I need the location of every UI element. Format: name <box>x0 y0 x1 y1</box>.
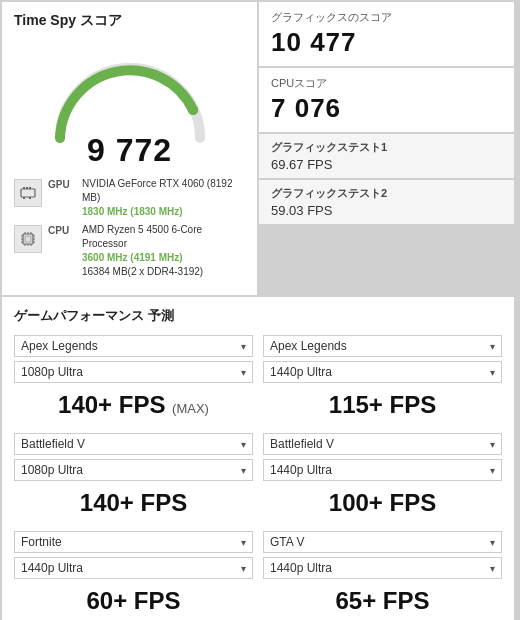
svg-point-0 <box>188 105 198 115</box>
svg-rect-3 <box>26 187 28 189</box>
game-name-5: GTA V <box>270 535 490 549</box>
game-name-3: Battlefield V <box>270 437 490 451</box>
chevron-icon-2: ▾ <box>241 439 246 450</box>
game-name-4: Fortnite <box>21 535 241 549</box>
game-select-3[interactable]: Battlefield V ▾ <box>263 433 502 455</box>
games-panel: ゲームパフォーマンス 予測 Apex Legends ▾ 1080p Ultra… <box>2 297 514 620</box>
chevron-icon-q0: ▾ <box>241 367 246 378</box>
gpu-icon <box>14 179 42 207</box>
game-quality-2: 1080p Ultra <box>21 463 241 477</box>
games-grid: Apex Legends ▾ 1080p Ultra ▾ 140+ FPS (M… <box>14 335 502 620</box>
game-name-1: Apex Legends <box>270 339 490 353</box>
game-entry-3: Battlefield V ▾ 1440p Ultra ▾ 100+ FPS <box>263 433 502 521</box>
gpu-row: GPU NVIDIA GeForce RTX 4060 (8192 MB) 18… <box>14 177 245 219</box>
spec-section: GPU NVIDIA GeForce RTX 4060 (8192 MB) 18… <box>14 177 245 283</box>
quality-select-3[interactable]: 1440p Ultra ▾ <box>263 459 502 481</box>
game-fps-1: 115+ FPS <box>329 391 436 418</box>
gpu-details: NVIDIA GeForce RTX 4060 (8192 MB) 1830 M… <box>82 177 245 219</box>
games-col-right: Apex Legends ▾ 1440p Ultra ▾ 115+ FPS Ba… <box>263 335 502 620</box>
game-fps-display-1: 115+ FPS <box>263 387 502 423</box>
graphics-score-box: グラフィックスのスコア 10 477 <box>259 2 514 66</box>
game-select-4[interactable]: Fortnite ▾ <box>14 531 253 553</box>
games-section-title: ゲームパフォーマンス 予測 <box>14 307 502 325</box>
game-fps-display-5: 65+ FPS <box>263 583 502 619</box>
cpu-row: CPU AMD Ryzen 5 4500 6-Core Processor 36… <box>14 223 245 279</box>
cpu-icon <box>14 225 42 253</box>
graphics-score-value: 10 477 <box>271 27 502 58</box>
game-quality-1: 1440p Ultra <box>270 365 490 379</box>
timespy-title: Time Spy スコア <box>14 12 122 30</box>
graphics-test1-box: グラフィックステスト1 69.67 FPS <box>259 134 514 178</box>
graphics-test1-value: 69.67 FPS <box>271 157 502 172</box>
game-select-2[interactable]: Battlefield V ▾ <box>14 433 253 455</box>
svg-rect-5 <box>23 197 25 199</box>
timespy-panel: Time Spy スコア 9 772 <box>2 2 257 295</box>
game-entry-0: Apex Legends ▾ 1080p Ultra ▾ 140+ FPS (M… <box>14 335 253 423</box>
game-entry-4: Fortnite ▾ 1440p Ultra ▾ 60+ FPS <box>14 531 253 619</box>
quality-select-4[interactable]: 1440p Ultra ▾ <box>14 557 253 579</box>
gpu-label: GPU <box>48 179 76 190</box>
graphics-test2-box: グラフィックステスト2 59.03 FPS <box>259 180 514 224</box>
chevron-icon-q2: ▾ <box>241 465 246 476</box>
game-fps-5: 65+ FPS <box>335 587 429 614</box>
main-grid: Time Spy スコア 9 772 <box>0 0 520 620</box>
quality-select-1[interactable]: 1440p Ultra ▾ <box>263 361 502 383</box>
svg-rect-6 <box>29 197 31 199</box>
game-quality-5: 1440p Ultra <box>270 561 490 575</box>
svg-rect-8 <box>25 236 31 242</box>
quality-select-5[interactable]: 1440p Ultra ▾ <box>263 557 502 579</box>
game-name-0: Apex Legends <box>21 339 241 353</box>
svg-rect-1 <box>21 189 35 197</box>
cpu-label: CPU <box>48 225 76 236</box>
game-fps-display-4: 60+ FPS <box>14 583 253 619</box>
chevron-icon-q5: ▾ <box>490 563 495 574</box>
svg-rect-4 <box>29 187 31 189</box>
gauge-container <box>40 38 220 138</box>
game-fps-display-2: 140+ FPS <box>14 485 253 521</box>
graphics-score-title: グラフィックスのスコア <box>271 10 502 25</box>
game-select-0[interactable]: Apex Legends ▾ <box>14 335 253 357</box>
chevron-icon-q3: ▾ <box>490 465 495 476</box>
game-select-5[interactable]: GTA V ▾ <box>263 531 502 553</box>
game-quality-3: 1440p Ultra <box>270 463 490 477</box>
game-fps-display-0: 140+ FPS (MAX) <box>14 387 253 423</box>
graphics-test2-title: グラフィックステスト2 <box>271 186 502 201</box>
game-quality-4: 1440p Ultra <box>21 561 241 575</box>
cpu-score-title: CPUスコア <box>271 76 502 91</box>
quality-select-2[interactable]: 1080p Ultra ▾ <box>14 459 253 481</box>
right-panel: グラフィックスのスコア 10 477 CPUスコア 7 076 グラフィックステ… <box>259 2 514 295</box>
game-fps-2: 140+ FPS <box>80 489 187 516</box>
game-name-2: Battlefield V <box>21 437 241 451</box>
game-entry-2: Battlefield V ▾ 1080p Ultra ▾ 140+ FPS <box>14 433 253 521</box>
gauge-svg <box>40 38 220 148</box>
cpu-score-box: CPUスコア 7 076 <box>259 68 514 132</box>
game-entry-5: GTA V ▾ 1440p Ultra ▾ 65+ FPS <box>263 531 502 619</box>
games-col-left: Apex Legends ▾ 1080p Ultra ▾ 140+ FPS (M… <box>14 335 253 620</box>
game-entry-1: Apex Legends ▾ 1440p Ultra ▾ 115+ FPS <box>263 335 502 423</box>
chevron-icon-3: ▾ <box>490 439 495 450</box>
game-quality-0: 1080p Ultra <box>21 365 241 379</box>
chevron-icon-5: ▾ <box>490 537 495 548</box>
cpu-score-value: 7 076 <box>271 93 502 124</box>
quality-select-0[interactable]: 1080p Ultra ▾ <box>14 361 253 383</box>
game-fps-0: 140+ FPS (MAX) <box>58 391 209 418</box>
chevron-icon-q1: ▾ <box>490 367 495 378</box>
game-fps-display-3: 100+ FPS <box>263 485 502 521</box>
graphics-test2-value: 59.03 FPS <box>271 203 502 218</box>
cpu-details: AMD Ryzen 5 4500 6-Core Processor 3600 M… <box>82 223 245 279</box>
game-fps-3: 100+ FPS <box>329 489 436 516</box>
svg-rect-2 <box>23 187 25 189</box>
game-fps-4: 60+ FPS <box>86 587 180 614</box>
graphics-test1-title: グラフィックステスト1 <box>271 140 502 155</box>
chevron-icon-0: ▾ <box>241 341 246 352</box>
chevron-icon-q4: ▾ <box>241 563 246 574</box>
chevron-icon-1: ▾ <box>490 341 495 352</box>
game-select-1[interactable]: Apex Legends ▾ <box>263 335 502 357</box>
chevron-icon-4: ▾ <box>241 537 246 548</box>
